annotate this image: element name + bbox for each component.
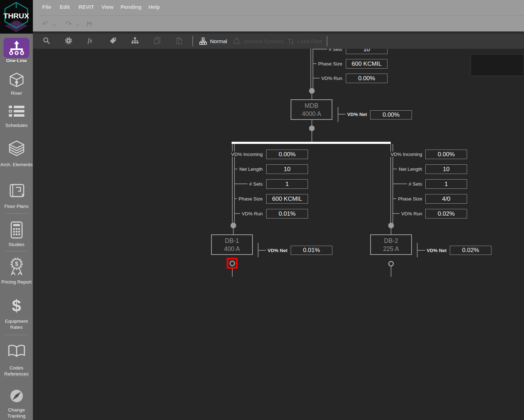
mode-isolated-systems-button[interactable]: Isolated Systems [233,34,284,49]
net-label: VD% Net [425,248,448,253]
field-value-box[interactable]: 600 KCMIL [346,59,388,69]
copy-icon[interactable] [153,37,161,46]
save-icon[interactable] [86,21,93,29]
equipment-name: DB-2 [384,237,398,244]
field-value-box[interactable]: 10 [266,164,308,174]
sidebar-item-label: Pricing Report [0,279,33,285]
equipment-box-mdb[interactable]: MDB 4000 A [291,99,332,120]
sidebar-separator [5,213,28,214]
field-label: Net Length [397,167,424,172]
menu-separator [40,16,524,16]
one-line-canvas[interactable]: # Sets 10 Phase Size 600 KCMIL VD% Run 0… [33,49,524,420]
menu-pending[interactable]: Pending [121,4,141,10]
field-label: VD% Incoming [389,152,424,157]
field-value-box[interactable]: 0.00% [425,150,467,159]
load-node[interactable] [388,261,394,267]
field-value-box[interactable]: 10 [346,49,388,54]
svg-text:$: $ [15,261,18,267]
sidebar-item-label: Codes References [0,365,33,377]
menu-view[interactable]: View [101,4,113,10]
connector-line [312,120,312,126]
field-label: Phase Size [316,61,344,66]
equipment-rating: 225 A [383,245,399,252]
mode-isolated-systems-label: Isolated Systems [244,38,284,44]
change-tracking-icon [8,387,25,405]
sidebar-item-label: Arch. Elements [0,162,33,168]
sidebar-item-label: Studies [0,241,33,247]
field-value-box[interactable]: 1 [266,179,308,189]
sidebar-item-label: Equipment Rates [0,318,33,330]
sidebar-item-label: Floor Plans [0,203,33,209]
redo-dropdown-icon[interactable]: ▽ [76,22,79,30]
equipment-name: MDB [305,102,319,109]
net-stub-line [338,107,338,122]
mode-load-flow-button[interactable]: Load Flow [287,34,322,49]
menu-revit[interactable]: REVIT [78,4,94,10]
app-logo: THRUX [0,0,33,34]
sidebar-item-one-line[interactable]: One-Line [0,34,33,65]
net-value-box[interactable]: 0.02% [450,246,491,255]
field-label: VD% Run [240,211,264,216]
field-value-box[interactable]: 600 KCMIL [266,194,308,204]
field-value-box[interactable]: 0.00% [266,150,308,159]
field-value-box[interactable]: 4/0 [425,194,467,204]
redo-icon[interactable]: ↷ [65,20,72,28]
selection-highlight [227,258,238,269]
field-label: Net Length [238,167,264,172]
feeder-node[interactable] [231,223,236,228]
toolbar-separator [192,36,193,46]
sidebar-item-label: Riser [0,90,33,96]
normal-mode-icon [199,37,207,45]
sidebar-separator [5,251,28,251]
app-window: # Sets 10 Phase Size 600 KCMIL VD% Run 0… [0,0,524,420]
menu-bar: File Edit REVIT View Pending Help ↶ ▽ ↷ … [33,0,524,31]
settings-gear-icon[interactable] [65,37,72,46]
undo-dropdown-icon[interactable]: ▽ [53,22,56,30]
net-value-box[interactable]: 0.00% [370,110,412,119]
feeder-node[interactable] [309,88,315,94]
incoming-feeder-line[interactable] [310,49,313,88]
one-line-icon[interactable] [131,37,139,46]
field-value-box[interactable]: 0.02% [425,209,467,218]
riser-icon [8,72,25,89]
toolbar-separator [327,36,327,46]
field-label: VD% Run [320,76,344,81]
feeder-node[interactable] [388,223,394,228]
pricing-report-icon: $ [7,256,26,277]
field-value-box[interactable]: 0.01% [266,209,308,218]
function-fx-icon[interactable]: fx [87,37,96,46]
mode-normal-button[interactable]: Normal [199,34,227,49]
net-label: VD% Net [266,248,289,253]
sidebar-item-label: One-Line [0,58,33,64]
logo-text: THRUX [4,12,29,20]
equipment-rates-icon: $ [12,298,21,314]
load-stub-line [232,269,233,277]
equipment-box-db2[interactable]: DB-2 225 A [370,234,412,255]
connector-line [312,131,312,142]
menu-help[interactable]: Help [149,4,160,10]
schedules-icon [8,105,25,118]
feeder-node[interactable] [309,126,315,131]
field-label: # Sets [407,181,424,187]
field-label: Phase Size [396,196,424,202]
field-value-box[interactable]: 10 [425,164,467,174]
menu-edit[interactable]: Edit [60,4,70,10]
search-icon[interactable] [43,37,50,46]
field-label: VD% Run [400,211,424,216]
undo-icon[interactable]: ↶ [42,20,48,28]
field-label: Phase Size [237,196,264,202]
net-value-box[interactable]: 0.01% [291,246,332,255]
floating-panel [471,54,524,76]
paste-icon[interactable] [175,37,183,46]
field-label: # Sets [248,181,264,187]
tag-icon[interactable] [109,37,117,46]
field-value-box[interactable]: 1 [425,179,467,189]
menu-file[interactable]: File [42,4,51,10]
field-value-box[interactable]: 0.00% [346,74,388,83]
field-label: # Sets [327,49,344,52]
sidebar-separator [5,376,28,376]
bus-bar[interactable] [232,142,391,144]
isolated-systems-icon [233,37,240,45]
load-flow-icon [287,37,295,45]
equipment-box-db1[interactable]: DB-1 400 A [211,234,253,255]
